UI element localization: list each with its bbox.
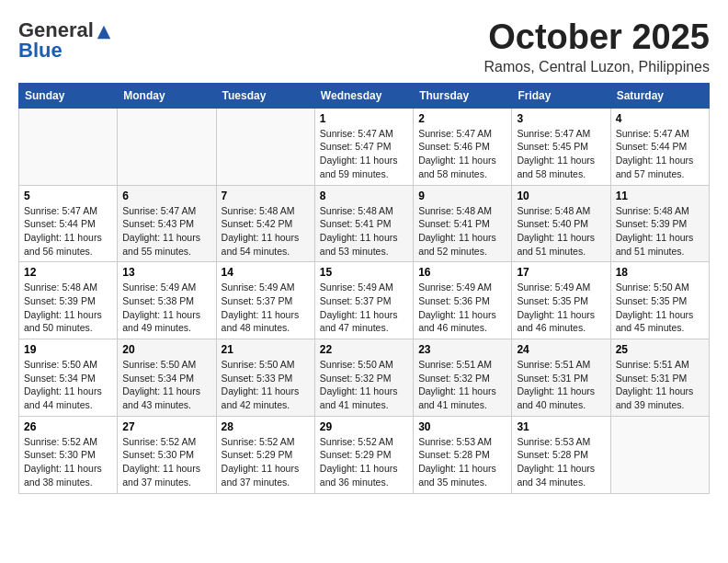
day-info: Sunrise: 5:48 AM Sunset: 5:39 PM Dayligh… xyxy=(616,204,704,259)
day-number: 20 xyxy=(122,343,210,356)
day-info: Sunrise: 5:48 AM Sunset: 5:40 PM Dayligh… xyxy=(517,204,605,259)
table-row: 19Sunrise: 5:50 AM Sunset: 5:34 PM Dayli… xyxy=(19,339,118,417)
day-number: 13 xyxy=(122,266,210,279)
calendar-table: Sunday Monday Tuesday Wednesday Thursday… xyxy=(18,83,710,494)
day-info: Sunrise: 5:51 AM Sunset: 5:32 PM Dayligh… xyxy=(418,358,506,412)
table-row: 2Sunrise: 5:47 AM Sunset: 5:46 PM Daylig… xyxy=(414,108,512,185)
calendar-week-row: 26Sunrise: 5:52 AM Sunset: 5:30 PM Dayli… xyxy=(19,416,710,493)
table-row: 12Sunrise: 5:48 AM Sunset: 5:39 PM Dayli… xyxy=(19,262,118,339)
table-row: 4Sunrise: 5:47 AM Sunset: 5:44 PM Daylig… xyxy=(610,108,709,185)
day-info: Sunrise: 5:47 AM Sunset: 5:44 PM Dayligh… xyxy=(616,127,704,181)
table-row: 17Sunrise: 5:49 AM Sunset: 5:35 PM Dayli… xyxy=(512,262,610,339)
table-row: 26Sunrise: 5:52 AM Sunset: 5:30 PM Dayli… xyxy=(19,416,118,493)
day-number: 6 xyxy=(122,190,210,202)
day-number: 12 xyxy=(24,266,112,279)
day-info: Sunrise: 5:51 AM Sunset: 5:31 PM Dayligh… xyxy=(616,358,704,412)
table-row: 10Sunrise: 5:48 AM Sunset: 5:40 PM Dayli… xyxy=(512,185,610,262)
day-info: Sunrise: 5:51 AM Sunset: 5:31 PM Dayligh… xyxy=(517,358,605,412)
table-row: 7Sunrise: 5:48 AM Sunset: 5:42 PM Daylig… xyxy=(216,185,314,262)
logo: General Blue xyxy=(18,18,112,63)
day-number: 1 xyxy=(320,112,408,125)
table-row: 1Sunrise: 5:47 AM Sunset: 5:47 PM Daylig… xyxy=(314,108,413,185)
calendar-week-row: 1Sunrise: 5:47 AM Sunset: 5:47 PM Daylig… xyxy=(19,108,710,185)
table-row: 27Sunrise: 5:52 AM Sunset: 5:30 PM Dayli… xyxy=(118,416,216,493)
table-row: 29Sunrise: 5:52 AM Sunset: 5:29 PM Dayli… xyxy=(314,416,413,493)
location-title: Ramos, Central Luzon, Philippines xyxy=(484,59,710,75)
day-number: 7 xyxy=(222,190,310,202)
calendar-week-row: 12Sunrise: 5:48 AM Sunset: 5:39 PM Dayli… xyxy=(19,262,710,339)
header-friday: Friday xyxy=(512,83,610,108)
table-row xyxy=(118,108,216,185)
calendar-week-row: 19Sunrise: 5:50 AM Sunset: 5:34 PM Dayli… xyxy=(19,339,710,417)
day-number: 24 xyxy=(517,343,605,356)
day-number: 17 xyxy=(517,266,605,279)
day-number: 15 xyxy=(320,266,408,279)
table-row: 23Sunrise: 5:51 AM Sunset: 5:32 PM Dayli… xyxy=(414,339,512,417)
calendar-header-row: Sunday Monday Tuesday Wednesday Thursday… xyxy=(19,83,710,108)
day-info: Sunrise: 5:49 AM Sunset: 5:37 PM Dayligh… xyxy=(320,281,408,335)
header: General Blue October 2025 Ramos, Central… xyxy=(18,18,710,75)
table-row: 11Sunrise: 5:48 AM Sunset: 5:39 PM Dayli… xyxy=(610,185,709,262)
svg-marker-0 xyxy=(97,26,110,39)
table-row: 22Sunrise: 5:50 AM Sunset: 5:32 PM Dayli… xyxy=(314,339,413,417)
day-info: Sunrise: 5:49 AM Sunset: 5:35 PM Dayligh… xyxy=(517,281,605,335)
day-number: 31 xyxy=(517,420,605,433)
table-row: 31Sunrise: 5:53 AM Sunset: 5:28 PM Dayli… xyxy=(512,416,610,493)
day-number: 10 xyxy=(517,190,605,202)
header-monday: Monday xyxy=(118,83,216,108)
day-number: 29 xyxy=(320,420,408,433)
table-row: 14Sunrise: 5:49 AM Sunset: 5:37 PM Dayli… xyxy=(216,262,314,339)
table-row: 18Sunrise: 5:50 AM Sunset: 5:35 PM Dayli… xyxy=(610,262,709,339)
header-wednesday: Wednesday xyxy=(314,83,413,108)
table-row: 3Sunrise: 5:47 AM Sunset: 5:45 PM Daylig… xyxy=(512,108,610,185)
day-number: 28 xyxy=(222,420,310,433)
month-title: October 2025 xyxy=(484,18,710,57)
header-saturday: Saturday xyxy=(610,83,709,108)
logo-blue-text: Blue xyxy=(18,39,63,63)
day-info: Sunrise: 5:47 AM Sunset: 5:46 PM Dayligh… xyxy=(418,127,506,181)
day-number: 8 xyxy=(320,190,408,202)
day-info: Sunrise: 5:47 AM Sunset: 5:47 PM Dayligh… xyxy=(320,127,408,181)
table-row: 30Sunrise: 5:53 AM Sunset: 5:28 PM Dayli… xyxy=(414,416,512,493)
day-info: Sunrise: 5:50 AM Sunset: 5:33 PM Dayligh… xyxy=(222,358,310,412)
table-row: 8Sunrise: 5:48 AM Sunset: 5:41 PM Daylig… xyxy=(314,185,413,262)
table-row: 28Sunrise: 5:52 AM Sunset: 5:29 PM Dayli… xyxy=(216,416,314,493)
header-tuesday: Tuesday xyxy=(216,83,314,108)
table-row: 25Sunrise: 5:51 AM Sunset: 5:31 PM Dayli… xyxy=(610,339,709,417)
day-number: 25 xyxy=(616,343,704,356)
day-number: 11 xyxy=(616,190,704,202)
day-number: 5 xyxy=(24,190,112,202)
day-number: 30 xyxy=(418,420,506,433)
day-number: 21 xyxy=(222,343,310,356)
table-row: 6Sunrise: 5:47 AM Sunset: 5:43 PM Daylig… xyxy=(118,185,216,262)
day-info: Sunrise: 5:49 AM Sunset: 5:37 PM Dayligh… xyxy=(222,281,310,335)
table-row: 15Sunrise: 5:49 AM Sunset: 5:37 PM Dayli… xyxy=(314,262,413,339)
day-number: 19 xyxy=(24,343,112,356)
day-info: Sunrise: 5:48 AM Sunset: 5:42 PM Dayligh… xyxy=(222,204,310,259)
day-number: 16 xyxy=(418,266,506,279)
day-info: Sunrise: 5:49 AM Sunset: 5:36 PM Dayligh… xyxy=(418,281,506,335)
calendar-week-row: 5Sunrise: 5:47 AM Sunset: 5:44 PM Daylig… xyxy=(19,185,710,262)
day-info: Sunrise: 5:50 AM Sunset: 5:34 PM Dayligh… xyxy=(24,358,112,412)
table-row: 13Sunrise: 5:49 AM Sunset: 5:38 PM Dayli… xyxy=(118,262,216,339)
day-info: Sunrise: 5:48 AM Sunset: 5:41 PM Dayligh… xyxy=(320,204,408,259)
day-number: 3 xyxy=(517,112,605,125)
table-row: 20Sunrise: 5:50 AM Sunset: 5:34 PM Dayli… xyxy=(118,339,216,417)
table-row: 24Sunrise: 5:51 AM Sunset: 5:31 PM Dayli… xyxy=(512,339,610,417)
day-info: Sunrise: 5:53 AM Sunset: 5:28 PM Dayligh… xyxy=(517,435,605,489)
day-info: Sunrise: 5:50 AM Sunset: 5:35 PM Dayligh… xyxy=(616,281,704,335)
day-info: Sunrise: 5:52 AM Sunset: 5:29 PM Dayligh… xyxy=(320,435,408,489)
day-info: Sunrise: 5:50 AM Sunset: 5:34 PM Dayligh… xyxy=(122,358,210,412)
table-row: 9Sunrise: 5:48 AM Sunset: 5:41 PM Daylig… xyxy=(414,185,512,262)
day-number: 9 xyxy=(418,190,506,202)
table-row xyxy=(610,416,709,493)
day-info: Sunrise: 5:52 AM Sunset: 5:30 PM Dayligh… xyxy=(24,435,112,489)
day-info: Sunrise: 5:48 AM Sunset: 5:41 PM Dayligh… xyxy=(418,204,506,259)
logo-icon xyxy=(96,24,112,40)
calendar-container: General Blue October 2025 Ramos, Central… xyxy=(0,0,728,503)
day-number: 2 xyxy=(418,112,506,125)
day-info: Sunrise: 5:53 AM Sunset: 5:28 PM Dayligh… xyxy=(418,435,506,489)
header-sunday: Sunday xyxy=(19,83,118,108)
day-number: 22 xyxy=(320,343,408,356)
day-info: Sunrise: 5:49 AM Sunset: 5:38 PM Dayligh… xyxy=(122,281,210,335)
